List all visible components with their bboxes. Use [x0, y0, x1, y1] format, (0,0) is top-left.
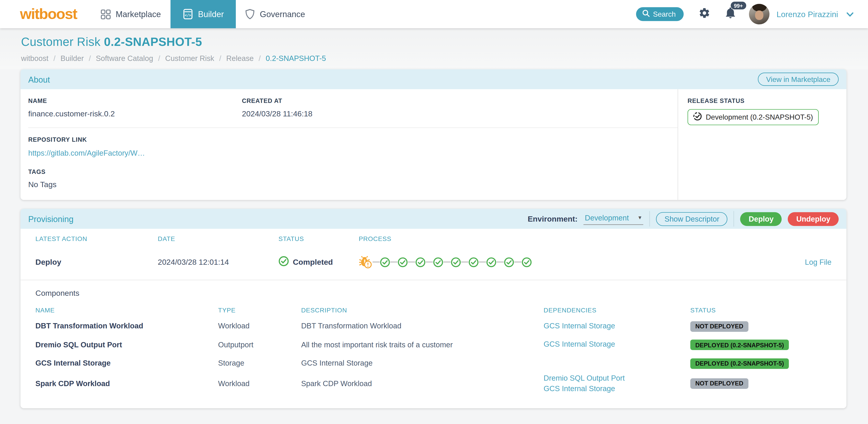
breadcrumb-item[interactable]: Builder [60, 54, 84, 63]
dependency-link[interactable]: GCS Internal Storage [544, 383, 690, 394]
component-dependencies: GCS Internal Storage [544, 321, 690, 331]
nav-item-governance[interactable]: Governance [236, 0, 314, 28]
column-header: STATUS [278, 236, 359, 242]
user-menu-chevron[interactable] [846, 9, 854, 19]
process-step-check-icon[interactable] [398, 257, 408, 267]
page-title-name: Customer Risk [21, 35, 100, 49]
latest-action-header-row: LATEST ACTIONDATESTATUSPROCESS [21, 236, 846, 242]
column-header: DESCRIPTION [301, 307, 544, 313]
page-title-version: 0.2-SNAPSHOT-5 [104, 35, 202, 49]
deploy-button[interactable]: Deploy [740, 212, 782, 226]
process-connector [514, 261, 522, 263]
process-step-check-icon[interactable] [380, 257, 390, 267]
about-left-column: NAME finance.customer-risk.0.2 CREATED A… [21, 89, 678, 200]
breadcrumb-item[interactable]: Customer Risk [165, 54, 214, 63]
component-status-badge: NOT DEPLOYED [690, 378, 748, 389]
column-header: STATUS [690, 307, 832, 313]
undeploy-button[interactable]: Undeploy [788, 212, 839, 226]
breadcrumb-item[interactable]: Release [226, 54, 254, 63]
process-connector [373, 261, 380, 263]
navbar-right: Search 99+ Lorenzo Pirazzini [636, 4, 854, 24]
process-steps [359, 255, 787, 269]
release-status-value: Development (0.2-SNAPSHOT-5) [706, 113, 813, 121]
process-step-check-icon[interactable] [415, 257, 426, 267]
divider [734, 211, 734, 226]
breadcrumb-item[interactable]: Software Catalog [96, 54, 153, 63]
latest-action-row: Deploy 2024/03/28 12:01:14 Completed [21, 255, 846, 269]
component-name: Dremio SQL Output Port [35, 340, 218, 349]
bug-warning-icon[interactable] [359, 255, 373, 269]
log-file-link[interactable]: Log File [805, 258, 832, 266]
show-descriptor-button[interactable]: Show Descriptor [656, 212, 727, 226]
divider [650, 211, 650, 226]
column-header: LATEST ACTION [35, 236, 158, 242]
nav-item-builder[interactable]: </> Builder [170, 0, 236, 28]
dashed-check-circle-icon [693, 112, 702, 122]
component-row: DBT Transformation Workload Workload DBT… [21, 317, 846, 335]
process-step-check-icon[interactable] [504, 257, 514, 267]
user-name[interactable]: Lorenzo Pirazzini [777, 9, 838, 19]
column-header: DEPENDENCIES [544, 307, 690, 313]
created-at-label: CREATED AT [242, 97, 678, 104]
name-value: finance.customer-risk.0.2 [28, 109, 242, 118]
nav-item-marketplace[interactable]: Marketplace [91, 0, 170, 28]
process-step-check-icon[interactable] [433, 257, 443, 267]
process-step-check-icon[interactable] [451, 257, 461, 267]
breadcrumb-separator: / [219, 54, 221, 63]
nav-item-label: Marketplace [116, 9, 161, 19]
about-card: About View in Marketplace NAME finance.c… [21, 69, 846, 200]
search-button[interactable]: Search [636, 7, 683, 21]
environment-select[interactable]: Development ▼ [584, 213, 643, 224]
component-name: Spark CDP Workload [35, 379, 218, 388]
view-in-marketplace-button[interactable]: View in Marketplace [758, 72, 839, 86]
dependency-link[interactable]: GCS Internal Storage [544, 339, 690, 350]
component-type: Outputport [218, 340, 301, 349]
repository-field: REPOSITORY LINK https://gitlab.com/Agile… [28, 136, 678, 158]
dependency-link[interactable]: Dremio SQL Output Port [544, 372, 690, 383]
component-dependencies: Dremio SQL Output PortGCS Internal Stora… [544, 372, 690, 394]
breadcrumb-separator: / [53, 54, 55, 63]
user-avatar[interactable] [749, 4, 770, 24]
nav-item-label: Governance [260, 9, 305, 19]
component-row: GCS Internal Storage Storage GCS Interna… [21, 354, 846, 372]
column-header: DATE [158, 236, 278, 242]
process-step-check-icon[interactable] [486, 257, 496, 267]
column-header: NAME [35, 307, 218, 313]
process-connector [496, 261, 504, 263]
environment-label: Environment: [528, 214, 578, 223]
component-name: DBT Transformation Workload [35, 322, 218, 330]
latest-action-date: 2024/03/28 12:01:14 [158, 258, 278, 267]
shield-icon [245, 9, 255, 20]
notifications-button[interactable]: 99+ [725, 7, 736, 21]
component-description: GCS Internal Storage [301, 359, 544, 367]
provisioning-controls: Environment: Development ▼ Show Descript… [528, 211, 839, 226]
dependency-link[interactable]: GCS Internal Storage [544, 321, 690, 331]
component-description: DBT Transformation Workload [301, 322, 544, 330]
latest-action-value: Deploy [35, 258, 158, 267]
component-dependencies: GCS Internal Storage [544, 339, 690, 350]
process-step-check-icon[interactable] [522, 257, 532, 267]
process-connector [443, 261, 451, 263]
tags-value: No Tags [28, 180, 678, 189]
notification-badge: 99+ [731, 2, 746, 9]
repository-link[interactable]: https://gitlab.com/AgileFactory/W… [28, 149, 145, 157]
latest-action-status: Completed [278, 256, 359, 268]
section-divider [21, 280, 846, 280]
components-title: Components [35, 289, 846, 298]
about-divider [28, 127, 678, 128]
component-status-badge: DEPLOYED (0.2-SNAPSHOT-5) [690, 339, 789, 350]
about-right-column: RELEASE STATUS Development (0.2-SNAPSHOT… [678, 89, 846, 200]
breadcrumb-separator: / [259, 54, 261, 63]
select-caret-icon: ▼ [638, 215, 643, 220]
breadcrumb-item[interactable]: 0.2-SNAPSHOT-5 [266, 54, 326, 63]
witboost-logo[interactable]: witboost [20, 5, 77, 23]
settings-button[interactable] [699, 7, 710, 21]
breadcrumb-separator: / [158, 54, 160, 63]
column-header: PROCESS [359, 236, 787, 242]
grid-icon [101, 9, 111, 19]
name-label: NAME [28, 97, 242, 104]
provisioning-card: Provisioning Environment: Development ▼ … [21, 209, 846, 408]
page-title: Customer Risk 0.2-SNAPSHOT-5 [21, 35, 847, 49]
breadcrumb-item[interactable]: witboost [21, 54, 48, 63]
process-step-check-icon[interactable] [468, 257, 479, 267]
